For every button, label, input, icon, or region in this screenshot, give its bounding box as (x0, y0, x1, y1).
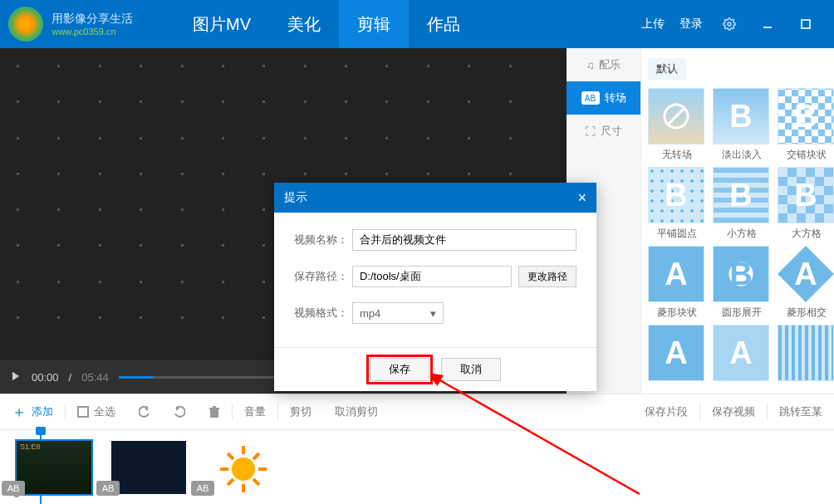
chevron-down-icon: ▾ (430, 307, 436, 320)
trash-icon (208, 406, 220, 418)
close-icon[interactable]: × (577, 189, 586, 207)
edit-toolbar: ＋添加 全选 音量 剪切 取消剪切 保存片段 保存视频 跳转至某 (0, 394, 834, 430)
undo-button[interactable] (127, 406, 162, 418)
save-video-button[interactable]: 保存视频 (700, 404, 767, 419)
thumb-2[interactable]: B交错块状 (778, 88, 834, 162)
clip-3[interactable]: AB (206, 441, 281, 494)
timeline[interactable]: + AB S1:E8 AB AB (0, 430, 834, 504)
undo-icon (139, 406, 150, 418)
side-tab-size-label: 尺寸 (601, 124, 622, 139)
svg-marker-3 (12, 371, 19, 380)
thumb-0[interactable]: 无转场 (648, 88, 706, 162)
slogan-text: 用影像分享生活 (52, 12, 133, 25)
tab-works[interactable]: 作品 (409, 0, 478, 48)
music-icon: ♫ (586, 59, 595, 71)
plus-icon: ＋ (12, 402, 27, 422)
side-tab-music-label: 配乐 (599, 57, 621, 72)
tab-edit[interactable]: 剪辑 (339, 0, 409, 48)
svg-rect-6 (78, 407, 88, 417)
side-tab-transition-label: 转场 (605, 91, 626, 105)
name-input[interactable] (352, 229, 576, 251)
jump-button[interactable]: 跳转至某 (768, 404, 834, 419)
thumb-3[interactable]: B平铺圆点 (648, 167, 706, 241)
login-button[interactable]: 登录 (679, 17, 703, 32)
add-button[interactable]: ＋添加 (0, 402, 65, 422)
svg-line-5 (668, 108, 684, 125)
redo-button[interactable] (162, 406, 197, 418)
time-current: 00:00 (32, 371, 59, 384)
settings-icon[interactable] (718, 12, 741, 36)
maximize-icon[interactable] (794, 12, 817, 36)
path-input[interactable] (352, 266, 512, 287)
slogan: 用影像分享生活 www.pc0359.cn (52, 12, 133, 37)
gallery-default-badge[interactable]: 默认 (648, 58, 686, 80)
upload-button[interactable]: 上传 (641, 17, 665, 32)
minimize-icon[interactable] (756, 12, 779, 36)
format-select[interactable]: mp4 ▾ (352, 302, 444, 324)
clip-ab-badge: AB (96, 481, 120, 496)
tab-photo-mv[interactable]: 图片MV (174, 0, 269, 48)
thumb-1[interactable]: B淡出淡入 (713, 88, 771, 162)
thumb-9[interactable]: A (648, 325, 706, 384)
transition-gallery: 默认 无转场 B淡出淡入 B交错块状 B平铺圆点 B小方格 B大方格 A菱形块状… (641, 48, 834, 394)
save-segment-button[interactable]: 保存片段 (633, 404, 699, 419)
svg-line-20 (253, 453, 259, 459)
delete-button[interactable] (197, 406, 232, 418)
side-tab-size[interactable]: ⛶ 尺寸 (567, 115, 640, 148)
clip-ab-badge: AB (191, 481, 214, 496)
sun-drawing-icon (206, 441, 281, 494)
svg-point-12 (232, 458, 255, 481)
clip-1[interactable]: AB S1:E8 (17, 441, 91, 494)
time-sep: / (69, 371, 72, 384)
svg-line-19 (228, 479, 233, 485)
clip-ab-badge: AB (2, 481, 25, 496)
thumb-10[interactable]: A (713, 325, 771, 384)
top-nav-bar: 用影像分享生活 www.pc0359.cn 图片MV 美化 剪辑 作品 上传 登… (0, 0, 834, 48)
logo-area: 用影像分享生活 www.pc0359.cn (0, 7, 174, 42)
dialog-titlebar[interactable]: 提示 × (274, 183, 596, 213)
svg-line-17 (228, 453, 233, 459)
side-tab-music[interactable]: ♫ 配乐 (567, 48, 640, 81)
cut-button[interactable]: 剪切 (278, 404, 323, 419)
thumb-5[interactable]: B大方格 (778, 167, 834, 241)
thumb-6[interactable]: A菱形块状 (648, 246, 706, 320)
clip-2[interactable]: AB (111, 441, 186, 494)
time-total: 05:44 (81, 371, 109, 384)
transition-icon: AB (581, 91, 600, 105)
browse-button[interactable]: 更改路径 (518, 266, 576, 287)
save-button[interactable]: 保存 (370, 358, 429, 381)
side-tab-transition[interactable]: AB 转场 (567, 81, 640, 115)
svg-line-18 (253, 479, 259, 485)
volume-button[interactable]: 音量 (233, 404, 277, 419)
dialog-body: 视频名称： 保存路径： 更改路径 视频格式： mp4 ▾ (274, 213, 596, 347)
svg-rect-2 (802, 20, 810, 28)
name-label: 视频名称： (294, 232, 352, 247)
gallery-grid: 无转场 B淡出淡入 B交错块状 B平铺圆点 B小方格 B大方格 A菱形块状 B圆… (648, 88, 834, 384)
nav-tabs: 图片MV 美化 剪辑 作品 (174, 0, 478, 48)
format-value: mp4 (360, 307, 380, 320)
thumb-8[interactable]: A菱形相交 (778, 246, 834, 320)
dialog-title: 提示 (284, 190, 307, 205)
cancel-button[interactable]: 取消 (441, 358, 501, 381)
svg-point-0 (728, 22, 731, 26)
thumb-7[interactable]: B圆形展开 (713, 246, 771, 320)
size-icon: ⛶ (585, 125, 596, 138)
save-dialog: 提示 × 视频名称： 保存路径： 更改路径 视频格式： mp4 ▾ 保存 取消 (274, 183, 596, 391)
top-right-controls: 上传 登录 (641, 12, 834, 36)
dialog-footer: 保存 取消 (274, 347, 596, 391)
format-label: 视频格式： (294, 306, 352, 321)
select-all-button[interactable]: 全选 (66, 404, 127, 419)
select-all-icon (77, 406, 89, 418)
cancel-cut-button[interactable]: 取消剪切 (323, 404, 390, 419)
thumb-4[interactable]: B小方格 (713, 167, 771, 241)
path-label: 保存路径： (294, 269, 352, 284)
site-url: www.pc0359.cn (52, 27, 133, 37)
app-logo-icon (8, 7, 43, 42)
tab-beautify[interactable]: 美化 (269, 0, 339, 48)
play-icon[interactable] (10, 370, 22, 384)
redo-icon (174, 406, 185, 418)
thumb-11[interactable] (778, 325, 834, 384)
